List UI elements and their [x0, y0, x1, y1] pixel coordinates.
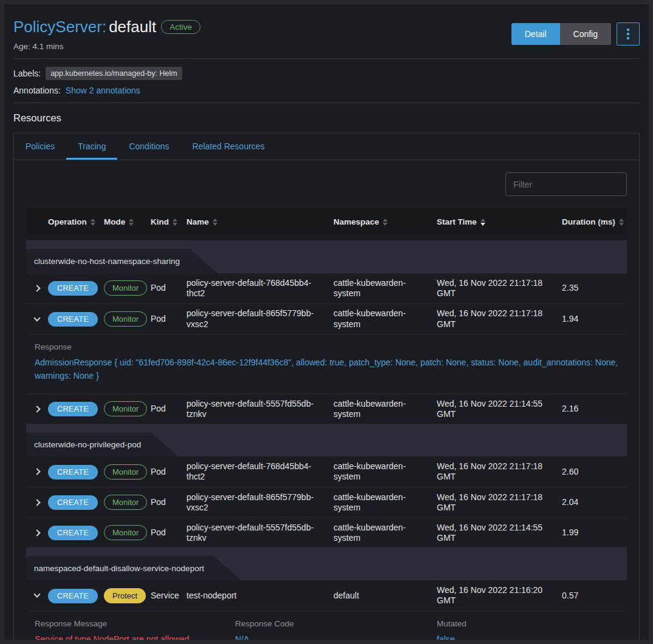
operation-badge: CREATE: [48, 312, 98, 327]
response-text: AdmissionResponse { uid: "61fed706-898f-…: [35, 356, 618, 382]
start-time-cell: Wed, 16 Nov 2022 21:14:55 GMT: [437, 523, 562, 543]
name-cell: policy-server-default-768d45bb4-thct2: [186, 461, 333, 482]
mode-badge: Monitor: [104, 311, 147, 327]
mutated-value: false: [437, 634, 618, 640]
policy-group-header: namespaced-default-disallow-service-node…: [26, 547, 627, 580]
table-row[interactable]: CREATE Monitor Pod policy-server-default…: [26, 393, 627, 424]
collapse-chevron-icon[interactable]: [33, 314, 40, 321]
expand-chevron-icon[interactable]: [33, 405, 40, 412]
col-namespace[interactable]: Namespace: [333, 217, 437, 226]
annotations-row: Annotations: Show 2 annotations: [13, 86, 640, 95]
expand-chevron-icon[interactable]: [33, 529, 40, 536]
kind-cell: Pod: [151, 467, 186, 477]
table-row[interactable]: CREATE Monitor Pod policy-server-default…: [26, 303, 627, 334]
mode-badge: Monitor: [104, 525, 147, 540]
detail-button[interactable]: Detail: [511, 23, 560, 45]
table-row[interactable]: CREATE Monitor Pod policy-server-default…: [26, 517, 627, 547]
resources-heading: Resources: [13, 112, 640, 124]
namespace-cell: cattle-kubewarden-system: [333, 399, 437, 419]
expand-chevron-icon[interactable]: [33, 499, 40, 506]
operation-badge: CREATE: [48, 495, 98, 510]
page-title: PolicyServer: default Active: [13, 18, 200, 36]
duration-cell: 2.04: [562, 497, 627, 507]
duration-cell: 2.60: [562, 467, 627, 477]
name-cell: policy-server-default-865f5779bb-vxsc2: [186, 492, 333, 513]
col-name[interactable]: Name: [186, 217, 333, 226]
mode-badge: Protect: [104, 588, 146, 603]
header-actions: Detail Config: [511, 22, 640, 46]
kind-cell: Pod: [151, 404, 186, 414]
sort-icon: [213, 219, 217, 226]
table-row[interactable]: CREATE Monitor Pod policy-server-default…: [26, 487, 627, 517]
duration-cell: 2.35: [562, 283, 627, 293]
age-label: Age: 4.1 mins: [13, 42, 200, 51]
policyserver-detail-page: PolicyServer: default Active Age: 4.1 mi…: [4, 4, 649, 640]
tab-related-resources[interactable]: Related Resources: [181, 134, 276, 160]
expand-chevron-icon[interactable]: [33, 285, 40, 291]
policy-group-tab: clusterwide-no-privileged-pod: [26, 432, 179, 456]
kind-cell: Service: [151, 591, 186, 601]
col-mode[interactable]: Mode: [104, 217, 151, 226]
mode-badge: Monitor: [104, 495, 147, 510]
operation-badge: CREATE: [48, 526, 98, 540]
name-cell: policy-server-default-5557fd55db-tznkv: [186, 399, 333, 419]
response-code-value: N/A: [235, 634, 437, 640]
tracing-table: Operation Mode Kind Name: [26, 208, 627, 640]
table-row[interactable]: CREATE Monitor Pod policy-server-default…: [26, 456, 627, 487]
namespace-cell: cattle-kubewarden-system: [333, 492, 437, 513]
kebab-menu-button[interactable]: [617, 22, 640, 46]
col-kind[interactable]: Kind: [151, 217, 186, 226]
resource-name-label: default: [109, 18, 156, 36]
expand-chevron-icon[interactable]: [33, 469, 40, 475]
sort-icon-active: [480, 219, 485, 226]
col-start-time[interactable]: Start Time: [437, 217, 562, 226]
mode-badge: Monitor: [104, 280, 147, 296]
tab-conditions[interactable]: Conditions: [117, 134, 180, 160]
sort-icon: [619, 219, 624, 226]
name-cell: policy-server-default-865f5779bb-vxsc2: [186, 308, 333, 329]
divider: [13, 103, 640, 103]
start-time-cell: Wed, 16 Nov 2022 21:17:18 GMT: [437, 492, 562, 513]
response-label: Response: [35, 342, 618, 351]
divider: [13, 58, 640, 59]
resource-type-label: PolicyServer:: [13, 18, 106, 36]
duration-cell: 2.16: [562, 404, 627, 414]
response-message-value: Service of type NodePort are not allowed: [35, 634, 235, 640]
sort-icon: [383, 219, 388, 226]
duration-cell: 0.57: [562, 591, 627, 601]
annotations-label: Annotations:: [13, 86, 61, 95]
duration-cell: 1.94: [562, 314, 627, 324]
collapse-chevron-icon[interactable]: [33, 591, 40, 598]
start-time-cell: Wed, 16 Nov 2022 21:17:18 GMT: [437, 278, 562, 299]
show-annotations-link[interactable]: Show 2 annotations: [66, 86, 140, 95]
table-row[interactable]: CREATE Protect Service test-nodeport def…: [26, 580, 627, 611]
operation-badge: CREATE: [48, 589, 98, 603]
config-button[interactable]: Config: [560, 23, 611, 45]
mutated-label: Mutated: [437, 619, 618, 628]
namespace-cell: cattle-kubewarden-system: [333, 523, 437, 543]
labels-row: Labels: app.kubernetes.io/managed-by: He…: [13, 67, 640, 80]
kind-cell: Pod: [151, 497, 186, 507]
namespace-cell: cattle-kubewarden-system: [333, 278, 437, 299]
response-message-label: Response Message: [35, 619, 235, 628]
sort-icon: [129, 219, 134, 226]
policy-group-tab: clusterwide-no-host-namespace-sharing: [26, 249, 217, 273]
sort-icon: [173, 219, 177, 226]
policy-group-header: clusterwide-no-privileged-pod: [26, 424, 627, 456]
row-detail-fields: Response Message Service of type NodePor…: [26, 611, 627, 640]
tab-tracing[interactable]: Tracing: [66, 134, 117, 160]
resources-tabbox: Policies Tracing Conditions Related Reso…: [13, 133, 640, 640]
name-cell: policy-server-default-5557fd55db-tznkv: [186, 523, 333, 543]
table-row[interactable]: CREATE Monitor Pod policy-server-default…: [26, 273, 627, 303]
status-badge: Active: [161, 20, 200, 34]
kind-cell: Pod: [151, 527, 186, 538]
start-time-cell: Wed, 16 Nov 2022 21:14:55 GMT: [437, 399, 562, 419]
name-cell: policy-server-default-768d45bb4-thct2: [186, 278, 333, 299]
duration-cell: 1.99: [562, 527, 627, 538]
tab-policies[interactable]: Policies: [14, 134, 66, 160]
kind-cell: Pod: [151, 314, 186, 324]
mode-badge: Monitor: [104, 401, 147, 416]
filter-input[interactable]: [505, 172, 627, 196]
col-duration[interactable]: Duration (ms): [562, 217, 627, 226]
col-operation[interactable]: Operation: [48, 217, 104, 226]
